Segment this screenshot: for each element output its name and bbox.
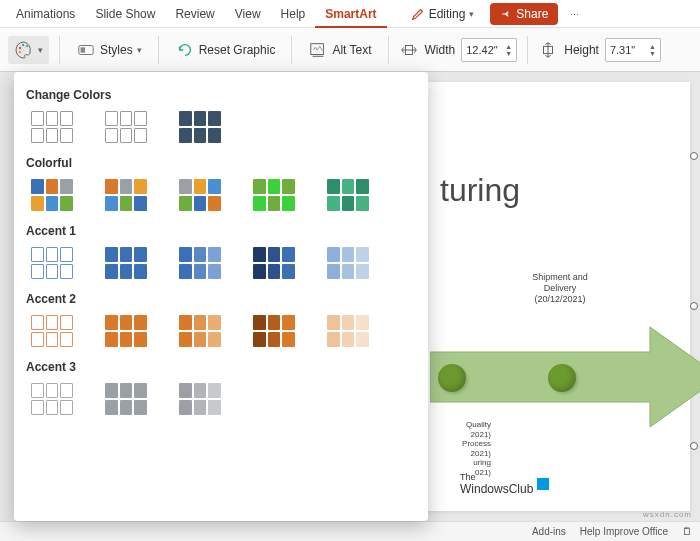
section-change-colors: Change Colors (26, 88, 416, 102)
alt-text-label: Alt Text (332, 43, 371, 57)
swatch-row-colorful (26, 178, 416, 212)
color-swatch[interactable] (326, 178, 370, 212)
color-swatch[interactable] (252, 246, 296, 280)
styles-button[interactable]: Styles ▾ (70, 36, 148, 64)
change-colors-button[interactable]: ▾ (8, 36, 49, 64)
spinner-icon[interactable]: ▲▼ (505, 43, 512, 57)
share-icon (500, 8, 512, 20)
color-swatch[interactable] (178, 178, 222, 212)
notes-icon[interactable]: 🗒 (682, 526, 692, 537)
swatch-row-accent2 (26, 314, 416, 348)
height-icon (538, 40, 558, 60)
styles-icon (76, 40, 96, 60)
status-bar: Add-ins Help Improve Office 🗒 (0, 521, 700, 541)
section-accent3: Accent 3 (26, 360, 416, 374)
color-swatch[interactable] (104, 314, 148, 348)
color-swatch[interactable] (326, 314, 370, 348)
svg-point-2 (26, 44, 28, 46)
height-value: 7.31" (610, 44, 635, 56)
tab-animations[interactable]: Animations (6, 0, 85, 28)
color-swatch[interactable] (252, 314, 296, 348)
alt-text-button[interactable]: Alt Text (302, 36, 377, 64)
tab-view[interactable]: View (225, 0, 271, 28)
color-swatch[interactable] (104, 110, 148, 144)
color-swatch[interactable] (178, 246, 222, 280)
ribbon-tabs: Animations Slide Show Review View Help S… (0, 0, 700, 28)
selection-handle[interactable] (690, 152, 698, 160)
color-swatch[interactable] (178, 110, 222, 144)
tab-smartart[interactable]: SmartArt (315, 0, 386, 28)
width-label: Width (425, 43, 456, 57)
styles-label: Styles (100, 43, 133, 57)
chevron-down-icon: ▾ (137, 45, 142, 55)
spinner-icon[interactable]: ▲▼ (649, 43, 656, 57)
height-label: Height (564, 43, 599, 57)
status-addins[interactable]: Add-ins (532, 526, 566, 537)
pencil-icon (411, 7, 425, 21)
status-help[interactable]: Help Improve Office (580, 526, 668, 537)
selection-handle[interactable] (690, 302, 698, 310)
watermark: The WindowsClub (460, 472, 549, 496)
color-swatch[interactable] (104, 246, 148, 280)
separator (527, 36, 528, 64)
color-swatch[interactable] (178, 382, 222, 416)
svg-point-3 (19, 50, 21, 52)
chevron-down-icon: ▾ (38, 45, 43, 55)
slide-title-fragment: turing (440, 172, 520, 209)
share-label: Share (516, 7, 548, 21)
partial-label: Quality2021) Process2021) uring021) (431, 420, 491, 478)
chevron-down-icon: ⋯ (570, 10, 579, 20)
color-swatch[interactable] (326, 246, 370, 280)
tab-slideshow[interactable]: Slide Show (85, 0, 165, 28)
separator (59, 36, 60, 64)
section-accent1: Accent 1 (26, 224, 416, 238)
color-swatch[interactable] (30, 382, 74, 416)
color-swatch[interactable] (252, 178, 296, 212)
logo-square-icon (537, 478, 549, 490)
width-input[interactable]: 12.42" ▲▼ (461, 38, 517, 62)
color-swatch[interactable] (30, 246, 74, 280)
editing-mode-button[interactable]: Editing ▾ (405, 5, 481, 23)
alt-text-icon (308, 40, 328, 60)
section-colorful: Colorful (26, 156, 416, 170)
change-colors-panel: Change Colors Colorful Accent 1 Accent 2… (14, 72, 428, 521)
svg-rect-5 (81, 47, 86, 52)
chevron-down-icon: ▾ (469, 9, 474, 19)
color-swatch[interactable] (30, 178, 74, 212)
reset-icon (175, 40, 195, 60)
reset-label: Reset Graphic (199, 43, 276, 57)
width-value: 12.42" (466, 44, 497, 56)
ribbon-toolbar: ▾ Styles ▾ Reset Graphic Alt Text Width … (0, 28, 700, 72)
more-button[interactable]: ⋯ (564, 3, 585, 25)
share-button[interactable]: Share (490, 3, 558, 25)
palette-icon (14, 40, 34, 60)
color-swatch[interactable] (30, 110, 74, 144)
svg-point-1 (22, 43, 24, 45)
color-swatch[interactable] (30, 314, 74, 348)
reset-graphic-button[interactable]: Reset Graphic (169, 36, 282, 64)
separator (158, 36, 159, 64)
node-label: Shipment and Delivery (20/12/2021) (510, 272, 610, 304)
timeline-node[interactable] (548, 364, 576, 392)
height-group: Height 7.31" ▲▼ (538, 28, 661, 71)
editing-label: Editing (429, 7, 466, 21)
svg-point-0 (19, 46, 21, 48)
width-group: Width 12.42" ▲▼ (399, 28, 518, 71)
height-input[interactable]: 7.31" ▲▼ (605, 38, 661, 62)
separator (388, 36, 389, 64)
color-swatch[interactable] (104, 382, 148, 416)
tab-review[interactable]: Review (165, 0, 224, 28)
tab-help[interactable]: Help (271, 0, 316, 28)
section-accent2: Accent 2 (26, 292, 416, 306)
site-attribution: wsxdn.com (643, 510, 692, 519)
timeline-node[interactable] (438, 364, 466, 392)
swatch-row-accent3 (26, 382, 416, 416)
swatch-row-accent1 (26, 246, 416, 280)
color-swatch[interactable] (178, 314, 222, 348)
separator (291, 36, 292, 64)
color-swatch[interactable] (104, 178, 148, 212)
swatch-row-primary (26, 110, 416, 144)
width-icon (399, 40, 419, 60)
